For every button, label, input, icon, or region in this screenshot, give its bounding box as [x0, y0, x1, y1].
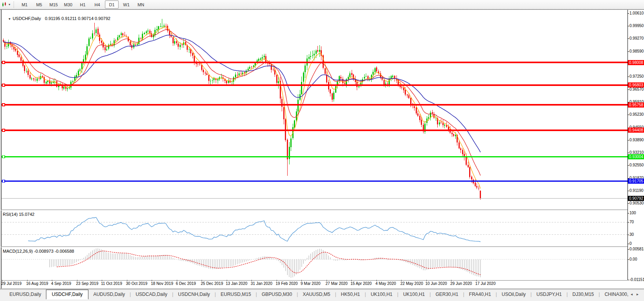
date-axis-label: 25 Dec 2019: [201, 281, 223, 286]
date-tick-mark: [177, 280, 177, 281]
tab-scroll-right-icon[interactable]: ▸: [637, 292, 638, 296]
date-tick-mark: [451, 280, 451, 281]
date-tick-mark: [202, 280, 202, 281]
chart-tab-bar: EURUSD,DailyUSDCHF,DailyAUDUSD,Daily|USD…: [0, 289, 644, 301]
timeframe-button-m1[interactable]: M1: [18, 0, 31, 9]
timeframe-button-m5[interactable]: M5: [32, 0, 46, 9]
tab-china300-h4[interactable]: CHINA300,H4: [600, 290, 628, 298]
date-tick-mark: [102, 280, 102, 281]
date-axis: 29 Jul 201916 Aug 20194 Sep 201923 Sep 2…: [0, 9, 644, 289]
timeframe-button-mn[interactable]: MN: [134, 0, 148, 9]
chart-tabs: EURUSD,DailyUSDCHF,DailyAUDUSD,Daily|USD…: [5, 290, 628, 299]
tab-hk50-h1[interactable]: HK50,H1: [336, 290, 365, 298]
tab-gbpusd-m30[interactable]: GBPUSD,M30: [257, 290, 297, 298]
date-axis-label: 15 Apr 2020: [350, 281, 372, 286]
date-tick-mark: [2, 280, 2, 281]
tab-xauusd-m5[interactable]: XAUUSD,M5: [298, 290, 335, 298]
tab-audusd-daily[interactable]: AUDUSD,Daily: [88, 290, 130, 298]
date-axis-label: 29 Jul 2019: [1, 281, 22, 286]
date-axis-label: 4 May 2020: [376, 281, 396, 286]
chart-cursor-icon: [2, 2, 7, 7]
tab-eurusd-daily[interactable]: EURUSD,Daily: [5, 290, 46, 298]
timeframe-button-m15[interactable]: M15: [47, 0, 61, 9]
date-tick-mark: [426, 280, 427, 281]
tab-usdcad-daily[interactable]: USDCAD,Daily: [131, 290, 172, 298]
tab-scroll-arrows: ◂ ▸: [631, 292, 638, 296]
timeframe-toolbar: ▾ M1M5M15M30H1H4D1W1MN: [0, 0, 644, 9]
date-axis-label: 9 Mar 2020: [301, 281, 321, 286]
date-tick-mark: [152, 280, 152, 281]
tab-fra40-h1[interactable]: FRA40,H1: [464, 290, 496, 298]
tab-usdchf-daily[interactable]: USDCHF,Daily: [46, 290, 89, 299]
timeframe-button-h4[interactable]: H4: [90, 0, 104, 9]
date-tick-mark: [277, 280, 277, 281]
date-axis-label: 17 Jul 2020: [475, 281, 496, 286]
date-tick-mark: [251, 280, 252, 281]
date-tick-mark: [327, 280, 327, 281]
tab-uk100-h1[interactable]: UK100,H1: [366, 290, 397, 298]
date-axis-label: 16 Aug 2019: [26, 281, 48, 286]
date-tick-mark: [301, 280, 302, 281]
date-tick-mark: [476, 280, 477, 281]
timeframe-button-d1[interactable]: D1: [105, 0, 119, 9]
tab-usoil-daily[interactable]: USOil,Daily: [497, 290, 530, 298]
date-tick-mark: [227, 280, 227, 281]
tab-usdjpy-h1[interactable]: USDJPY,H1: [532, 290, 566, 298]
tab-dj30-m15[interactable]: DJ30,M15: [568, 290, 599, 298]
chart-tool-dropdown[interactable]: ▾: [0, 0, 12, 9]
date-axis-label: 27 Mar 2020: [326, 281, 348, 286]
date-axis-label: 10 Jun 2020: [426, 281, 447, 286]
date-tick-mark: [376, 280, 377, 281]
date-axis-label: 18 Nov 2019: [151, 281, 173, 286]
tab-scroll-left-icon[interactable]: ◂: [631, 292, 633, 296]
date-tick-mark: [401, 280, 402, 281]
date-axis-label: 23 Sep 2019: [76, 281, 99, 286]
date-tick-mark: [351, 280, 352, 281]
date-tick-mark: [127, 280, 127, 281]
date-axis-label: 4 Sep 2019: [51, 281, 71, 286]
date-axis-label: 22 May 2020: [400, 281, 423, 286]
toolbar-grip[interactable]: [13, 2, 15, 8]
date-axis-label: 29 Jun 2020: [450, 281, 472, 286]
tab-usdcnh-daily[interactable]: USDCNH,Daily: [173, 290, 215, 298]
timeframe-buttons: M1M5M15M30H1H4D1W1MN: [17, 0, 148, 9]
date-tick-mark: [77, 280, 77, 281]
tab-ger30-h1[interactable]: GER30,H1: [431, 290, 463, 298]
chevron-down-icon: ▾: [9, 3, 10, 6]
date-tick-mark: [27, 280, 28, 281]
date-axis-label: 31 Jan 2020: [251, 281, 272, 286]
timeframe-button-m30[interactable]: M30: [61, 0, 75, 9]
tab-uk100-h1[interactable]: UK100,H1: [398, 290, 429, 298]
timeframe-button-h1[interactable]: H1: [76, 0, 90, 9]
date-axis-label: 6 Dec 2019: [176, 281, 196, 286]
date-axis-label: 19 Feb 2020: [276, 281, 298, 286]
date-axis-label: 11 Oct 2019: [101, 281, 122, 286]
chart-window: ▼USDCHF,Daily0.91195 0.91211 0.90714 0.9…: [0, 9, 644, 289]
date-axis-label: 30 Oct 2019: [126, 281, 147, 286]
tab-eurusd-m15[interactable]: EURUSD,M15: [216, 290, 255, 298]
timeframe-button-w1[interactable]: W1: [119, 0, 133, 9]
date-axis-label: 13 Jan 2020: [226, 281, 248, 286]
date-tick-mark: [52, 280, 52, 281]
